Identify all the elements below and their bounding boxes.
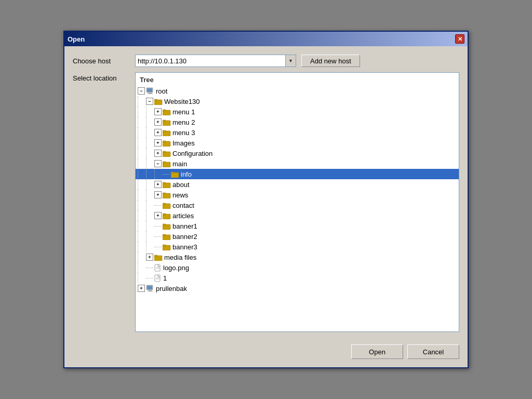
cancel-button[interactable]: Cancel (407, 344, 459, 359)
tree-node-images[interactable]: + Images (136, 138, 459, 148)
svg-rect-1 (147, 88, 152, 92)
svg-rect-7 (163, 110, 166, 111)
select-location-section: Select location Tree − root− Website130+… (73, 72, 459, 332)
tree-node-root[interactable]: − root (136, 86, 459, 96)
svg-rect-5 (154, 99, 157, 101)
svg-rect-33 (163, 245, 166, 246)
tree-node-label-mediafiles: media files (164, 254, 196, 261)
tree-node-logopng[interactable]: logo.png (136, 262, 459, 273)
tree-node-label-logopng: logo.png (163, 264, 189, 272)
tree-view: − root− Website130+ menu 1+ menu 2+ menu… (136, 86, 459, 294)
select-location-label: Select location (73, 72, 130, 82)
tree-node-label-info: info (181, 170, 192, 178)
svg-rect-44 (149, 290, 152, 291)
svg-rect-3 (148, 94, 153, 94)
dialog-title: Open (68, 35, 85, 43)
tree-node-contact[interactable]: contact (136, 200, 459, 210)
tree-node-label-menu1: menu 1 (172, 108, 195, 116)
close-button[interactable]: ✕ (455, 34, 464, 44)
tree-node-label-configuration: Configuration (172, 150, 212, 157)
svg-rect-9 (163, 120, 166, 122)
svg-rect-35 (154, 255, 157, 257)
tree-node-banner3[interactable]: banner3 (136, 242, 459, 252)
tree-node-one[interactable]: 1 (136, 273, 459, 283)
tree-node-label-menu2: menu 2 (172, 118, 195, 126)
tree-node-banner1[interactable]: banner1 (136, 221, 459, 231)
tree-node-label-banner1: banner1 (172, 222, 197, 230)
tree-node-news[interactable]: + news (136, 190, 459, 200)
choose-host-row: Choose host ▼ Add new host (73, 55, 459, 67)
tree-container[interactable]: Tree − root− Website130+ menu 1+ menu 2+… (135, 72, 459, 332)
tree-node-label-prullenbak: prullenbak (156, 285, 187, 292)
tree-node-about[interactable]: + about (136, 179, 459, 190)
tree-node-main[interactable]: − main (136, 158, 459, 169)
tree-node-label-articles: articles (172, 212, 194, 220)
tree-node-label-news: news (172, 191, 188, 199)
tree-node-label-one: 1 (163, 274, 167, 282)
svg-rect-36 (155, 264, 160, 271)
tree-node-mediafiles[interactable]: + media files (136, 252, 459, 262)
tree-node-prullenbak[interactable]: + prullenbak (136, 283, 459, 294)
svg-rect-19 (171, 172, 174, 174)
open-dialog: Open ✕ Choose host ▼ Add new host Select… (63, 31, 469, 368)
tree-node-info[interactable]: info (136, 169, 459, 179)
svg-rect-25 (163, 203, 166, 205)
tree-node-menu3[interactable]: + menu 3 (136, 127, 459, 138)
svg-rect-21 (163, 182, 166, 184)
dropdown-arrow-icon[interactable]: ▼ (285, 55, 296, 66)
tree-header: Tree (136, 75, 459, 85)
tree-node-configuration[interactable]: + Configuration (136, 148, 459, 158)
svg-rect-23 (163, 193, 166, 194)
tree-node-label-contact: contact (172, 202, 194, 209)
svg-rect-17 (163, 162, 166, 163)
tree-node-label-root: root (156, 87, 167, 95)
tree-node-label-menu3: menu 3 (172, 129, 195, 137)
tree-node-label-main: main (172, 160, 187, 168)
tree-node-articles[interactable]: + articles (136, 210, 459, 221)
svg-rect-13 (163, 141, 166, 142)
tree-node-label-banner2: banner2 (172, 233, 197, 241)
tree-node-label-images: Images (172, 139, 195, 147)
svg-rect-2 (149, 92, 152, 94)
dialog-body: Choose host ▼ Add new host Select locati… (64, 46, 468, 340)
tree-node-menu2[interactable]: + menu 2 (136, 117, 459, 127)
svg-rect-29 (163, 224, 166, 225)
open-button[interactable]: Open (351, 344, 403, 359)
svg-rect-11 (163, 130, 166, 132)
add-new-host-button[interactable]: Add new host (301, 55, 360, 67)
host-dropdown[interactable]: ▼ (135, 55, 296, 67)
title-bar: Open ✕ (64, 32, 468, 46)
choose-host-label: Choose host (73, 57, 130, 65)
tree-node-label-about: about (172, 181, 190, 189)
tree-node-label-website130: Website130 (164, 98, 200, 105)
svg-rect-27 (163, 214, 166, 215)
svg-rect-31 (163, 234, 166, 236)
host-input[interactable] (136, 55, 285, 66)
tree-node-menu1[interactable]: + menu 1 (136, 107, 459, 117)
tree-node-banner2[interactable]: banner2 (136, 231, 459, 242)
svg-rect-39 (155, 275, 160, 282)
svg-rect-43 (147, 286, 152, 289)
svg-rect-45 (148, 291, 153, 291)
dialog-footer: Open Cancel (64, 340, 468, 367)
svg-rect-15 (163, 151, 166, 153)
tree-node-website130[interactable]: − Website130 (136, 96, 459, 107)
tree-node-label-banner3: banner3 (172, 243, 197, 251)
